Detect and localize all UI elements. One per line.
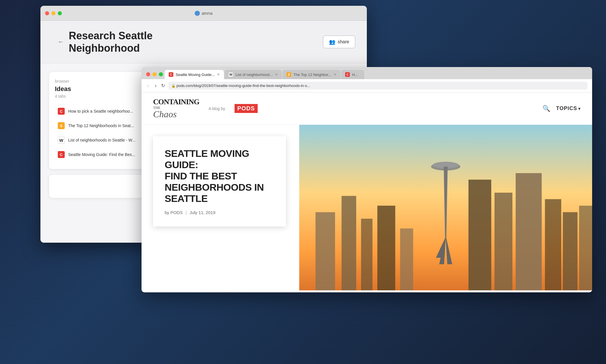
svg-rect-17 — [579, 206, 592, 290]
tab-favicon-3: S — [287, 72, 291, 77]
pods-logo-area: CONTAINING THE Chaos A blog by PODS — [153, 98, 258, 119]
window-titlebar: amna — [40, 6, 367, 21]
address-bar[interactable]: pods.com/blog/2019/07/seattle-moving-gui… — [168, 82, 588, 90]
minimize-button[interactable] — [51, 11, 55, 15]
app-icon — [195, 11, 200, 16]
svg-rect-1 — [315, 212, 335, 291]
sidebar-title: Ideas — [55, 85, 153, 93]
browser-tab-2[interactable]: W List of neighborhood... ✕ — [224, 70, 282, 79]
address-bar-row: ‹ › ↻ 🔒 pods.com/blog/2019/07/seattle-mo… — [142, 79, 592, 92]
seattle-skyline-svg — [299, 125, 592, 290]
browser-tab-3[interactable]: S The Top 12 Neighbor... ✕ — [282, 70, 341, 79]
browser-tab-1[interactable]: C Seattle Moving Guide... ✕ — [165, 70, 224, 79]
topics-label: TOPICS — [556, 105, 577, 112]
page-title: Research SeattleNeighborhood — [69, 29, 153, 54]
search-icon[interactable]: 🔍 — [542, 105, 550, 112]
article-date: July 11, 2019 — [189, 210, 215, 215]
browser-content: CONTAINING THE Chaos A blog by PODS 🔍 TO… — [142, 92, 592, 290]
maximize-button[interactable] — [58, 11, 62, 15]
favicon-4: C — [58, 151, 65, 158]
favicon-3: W — [58, 137, 65, 144]
favicon-2: S — [58, 122, 65, 129]
list-item[interactable]: S The Top 12 Neighborhoods in Seat... — [55, 119, 153, 133]
meta-divider: | — [186, 210, 187, 215]
sidebar-item-text-1: How to pick a Seattle neighborhoo... — [68, 109, 133, 114]
sidebar-item-text-2: The Top 12 Neighborhoods in Seat... — [68, 123, 134, 128]
list-item[interactable]: W List of neighborhoods in Seattle - W..… — [55, 133, 153, 147]
svg-rect-16 — [563, 212, 578, 291]
pods-header-right: 🔍 TOPICS ▾ — [542, 105, 581, 112]
app-header: ← Research SeattleNeighborhood 👥 share — [40, 21, 367, 63]
list-item[interactable]: C Seattle Moving Guide: Find the Bes... — [55, 148, 153, 161]
back-nav-button[interactable]: ‹ — [146, 81, 150, 90]
tab-label-3: The Top 12 Neighbor... — [293, 73, 331, 77]
sidebar-item-text-4: Seattle Moving Guide: Find the Bes... — [68, 152, 135, 157]
article-author: by PODS — [165, 210, 183, 215]
hero-image — [299, 125, 592, 290]
favicon-1: C — [58, 108, 65, 115]
tab-label-4: H... — [352, 73, 360, 77]
article-hero: SEATTLE MOVING GUIDE:FIND THE BESTNEIGHB… — [142, 125, 592, 290]
lock-icon: 🔒 — [171, 84, 176, 88]
tab-close-2[interactable]: ✕ — [275, 73, 278, 77]
share-button[interactable]: 👥 share — [323, 36, 355, 48]
pods-site-header: CONTAINING THE Chaos A blog by PODS 🔍 TO… — [142, 92, 592, 125]
tab-favicon-2: W — [228, 72, 233, 77]
article-card: SEATTLE MOVING GUIDE:FIND THE BESTNEIGHB… — [153, 136, 286, 226]
containing-label: CONTAINING — [153, 98, 199, 106]
close-button[interactable] — [45, 11, 49, 15]
chaos-label: Chaos — [153, 109, 177, 119]
article-title: SEATTLE MOVING GUIDE:FIND THE BESTNEIGHB… — [165, 148, 274, 204]
browser-max-btn[interactable] — [159, 72, 163, 76]
pods-brand-label: PODS — [235, 104, 258, 113]
svg-rect-15 — [545, 199, 561, 290]
tab-bar: C Seattle Moving Guide... ✕ W List of ne… — [142, 67, 592, 79]
back-button[interactable]: ← — [58, 38, 64, 46]
tab-label-2: List of neighborhood... — [235, 73, 273, 77]
svg-rect-5 — [400, 229, 413, 290]
containing-chaos-logo: CONTAINING THE Chaos — [153, 98, 199, 119]
tab-bar-wrapper: C Seattle Moving Guide... ✕ W List of ne… — [142, 67, 592, 79]
favicon-letter-2: S — [60, 124, 63, 128]
forward-nav-button[interactable]: › — [154, 81, 158, 90]
svg-rect-14 — [516, 173, 542, 290]
tab-favicon-4: C — [345, 72, 350, 77]
topics-button[interactable]: TOPICS ▾ — [556, 105, 581, 112]
address-wrapper: 🔒 pods.com/blog/2019/07/seattle-moving-g… — [168, 82, 588, 90]
svg-rect-4 — [377, 206, 395, 290]
svg-rect-2 — [341, 196, 356, 290]
svg-rect-3 — [361, 219, 372, 290]
svg-rect-12 — [469, 180, 491, 290]
header-left: ← Research SeattleNeighborhood — [58, 29, 153, 54]
tab-favicon-1: C — [169, 72, 173, 77]
favicon-letter-1: C — [60, 109, 62, 114]
browser-window: C Seattle Moving Guide... ✕ W List of ne… — [142, 67, 592, 292]
favicon-letter-4: C — [60, 153, 62, 157]
window-controls — [45, 11, 62, 15]
browser-close-btn[interactable] — [146, 72, 150, 76]
browser-min-btn[interactable] — [153, 72, 157, 76]
share-label: share — [338, 39, 349, 44]
window-title: amna — [195, 11, 213, 16]
app-title-label: amna — [202, 11, 213, 16]
sidebar-subtitle: 4 tabs — [55, 94, 153, 99]
topics-chevron-icon: ▾ — [578, 106, 581, 111]
article-meta: by PODS | July 11, 2019 — [165, 210, 274, 215]
refresh-button[interactable]: ↻ — [161, 83, 165, 88]
a-blog-by-label: A blog by — [209, 106, 225, 111]
tab-label-1: Seattle Moving Guide... — [176, 73, 215, 77]
list-item[interactable]: C How to pick a Seattle neighborhoo... — [55, 104, 153, 118]
browser-tab-4[interactable]: C H... — [341, 70, 364, 79]
sidebar-item-text-3: List of neighborhoods in Seattle - W... — [68, 138, 135, 142]
svg-rect-13 — [495, 193, 512, 290]
sidebar-label: browser — [55, 79, 153, 83]
tab-close-3[interactable]: ✕ — [334, 73, 337, 77]
tab-close-1[interactable]: ✕ — [217, 73, 220, 77]
favicon-letter-3: W — [59, 138, 63, 143]
share-icon: 👥 — [329, 39, 335, 45]
